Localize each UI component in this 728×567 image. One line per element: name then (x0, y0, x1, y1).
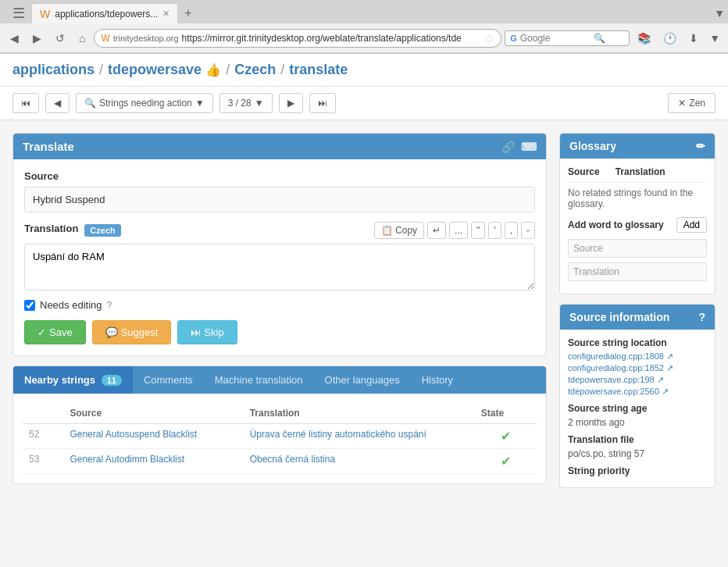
dq1-button[interactable]: " (471, 222, 485, 239)
age-value: 2 months ago (568, 417, 707, 428)
file-label: Translation file (568, 434, 707, 445)
zen-label: Zen (689, 98, 705, 109)
age-label: Source string age (568, 403, 707, 414)
file-value: po/cs.po, string 57 (568, 448, 707, 459)
bookmark-icon[interactable]: ☆ (484, 32, 494, 45)
history-button[interactable]: 🕐 (658, 30, 681, 47)
suggest-button[interactable]: 💬 Suggest (92, 320, 172, 344)
col-num (23, 403, 63, 424)
scroll-tabs-right[interactable]: ▼ (711, 4, 728, 23)
translation-textarea[interactable]: Uspání do RAM (24, 244, 535, 291)
link-icon[interactable]: 🔗 (501, 141, 515, 153)
breadcrumb-czech[interactable]: Czech (234, 62, 276, 78)
save-icon: ✓ (37, 326, 46, 338)
dots-button[interactable]: ... (449, 222, 468, 239)
copy-button[interactable]: 📋 Copy (374, 222, 424, 239)
needs-editing-checkbox[interactable] (24, 300, 35, 311)
source-info-title: Source information (569, 311, 669, 323)
bookmarks-button[interactable]: 📚 (633, 30, 655, 47)
search-button-icon[interactable]: 🔍 (594, 33, 605, 44)
needs-editing-label: Needs editing (40, 299, 102, 311)
row-state: ✔ (475, 449, 537, 474)
source-location-link[interactable]: configuredialog.cpp:1808 ↗ (568, 351, 707, 362)
nearby-count-badge: 11 (102, 375, 122, 386)
nav-scroll-right[interactable]: ▼ (706, 29, 723, 48)
needs-editing-help-icon[interactable]: ? (107, 300, 112, 311)
page-label: 3 / 28 (228, 98, 252, 109)
zen-button[interactable]: ✕ Zen (668, 93, 716, 113)
right-sidebar: Glossary ✏ Source Translation No related… (559, 133, 716, 555)
row-state: ✔ (475, 424, 537, 449)
breadcrumb: applications / tdepowersave 👍 / Czech / … (12, 62, 716, 78)
minus-button[interactable]: - (521, 222, 535, 239)
first-page-button[interactable]: ⏮ (12, 93, 39, 113)
add-word-label: Add word to glossary (568, 219, 664, 230)
new-tab-button[interactable]: + (178, 3, 198, 23)
col-state: State (475, 403, 537, 424)
row-source[interactable]: General Autosuspend Blacklist (63, 424, 243, 449)
tab-close-button[interactable]: ✕ (162, 9, 170, 19)
tab-other-languages[interactable]: Other languages (314, 366, 411, 394)
source-location-link[interactable]: tdepowersave.cpp:2560 ↗ (568, 387, 707, 397)
reload-button[interactable]: ↺ (50, 29, 70, 48)
prev-page-button[interactable]: ◀ (45, 93, 70, 113)
search-logo-icon: G (510, 34, 517, 43)
glossary-source-input[interactable] (568, 239, 707, 258)
back-button[interactable]: ◀ (5, 29, 24, 48)
pages-dropdown-icon: ▼ (255, 98, 264, 109)
breadcrumb-sep3: / (280, 62, 284, 78)
breadcrumb-translate[interactable]: translate (289, 62, 348, 78)
breadcrumb-tdepowersave[interactable]: tdepowersave 👍 (108, 62, 221, 78)
forward-button[interactable]: ▶ (27, 29, 47, 48)
source-info-help-icon[interactable]: ? (698, 311, 705, 323)
col-source: Source (63, 403, 243, 424)
strings-filter-dropdown[interactable]: 🔍 Strings needing action ▼ (76, 93, 213, 113)
wrap-button[interactable]: ↵ (427, 222, 446, 239)
skip-icon: ⏭ (191, 326, 201, 338)
last-page-button[interactable]: ⏭ (309, 93, 336, 113)
tab-history[interactable]: History (411, 366, 464, 394)
row-translation[interactable]: Úprava černé listiny automatického uspán… (244, 424, 475, 449)
dq2-button[interactable]: ' (488, 222, 501, 239)
keyboard-icon[interactable]: ⌨ (521, 141, 537, 153)
breadcrumb-bar: applications / tdepowersave 👍 / Czech / … (0, 54, 728, 87)
next-page-button[interactable]: ▶ (279, 93, 303, 113)
save-button[interactable]: ✓ Save (24, 320, 86, 344)
tab-label: applications/tdepowers... (55, 9, 158, 20)
search-input[interactable] (520, 33, 591, 44)
glossary-no-strings: No related strings found in the glossary… (568, 187, 707, 209)
glossary-translation-input[interactable] (568, 262, 707, 281)
source-location-link[interactable]: tdepowersave.cpp:198 ↗ (568, 375, 707, 385)
row-source[interactable]: General Autodimm Blacklist (63, 449, 243, 474)
skip-button[interactable]: ⏭ Skip (177, 320, 237, 344)
url-bar[interactable]: W trinitydesktop.org https://mirror.git.… (94, 29, 501, 48)
translate-panel-title: Translate (23, 140, 74, 153)
thumbs-up-icon: 👍 (205, 63, 221, 77)
source-location-link[interactable]: configuredialog.cpp:1852 ↗ (568, 363, 707, 373)
tab-machine-translation[interactable]: Machine translation (204, 366, 314, 394)
comma-button[interactable]: , (505, 222, 518, 239)
source-field-label: Source (24, 170, 535, 182)
downloads-button[interactable]: ⬇ (684, 30, 703, 47)
add-word-button[interactable]: Add (676, 217, 707, 233)
home-button[interactable]: ⌂ (73, 29, 91, 48)
search-bar[interactable]: G 🔍 (505, 30, 630, 46)
filter-label: Strings needing action (99, 98, 192, 109)
glossary-edit-icon[interactable]: ✏ (696, 140, 705, 152)
url-favicon-icon: W (101, 33, 109, 44)
hamburger-button[interactable]: ☰ (6, 2, 31, 25)
active-tab[interactable]: W applications/tdepowers... ✕ (31, 3, 178, 23)
tab-comments[interactable]: Comments (133, 366, 204, 394)
page-selector-dropdown[interactable]: 3 / 28 ▼ (219, 93, 273, 113)
filter-dropdown-icon: ▼ (195, 98, 205, 109)
breadcrumb-applications[interactable]: applications (12, 62, 95, 78)
filter-icon: 🔍 (84, 98, 96, 109)
tab-content-nearby: Source Translation State 52 General Auto… (13, 394, 546, 483)
location-label: Source string location (568, 337, 707, 348)
source-info-panel: Source information ? Source string locat… (559, 304, 716, 488)
toolbar: ⏮ ◀ 🔍 Strings needing action ▼ 3 / 28 ▼ … (0, 87, 728, 120)
col-translation: Translation (244, 403, 475, 424)
row-translation[interactable]: Obecná černá listina (244, 449, 475, 474)
table-row: 52 General Autosuspend Blacklist Úprava … (23, 424, 537, 449)
tab-nearby-strings[interactable]: Nearby strings 11 (13, 366, 133, 394)
